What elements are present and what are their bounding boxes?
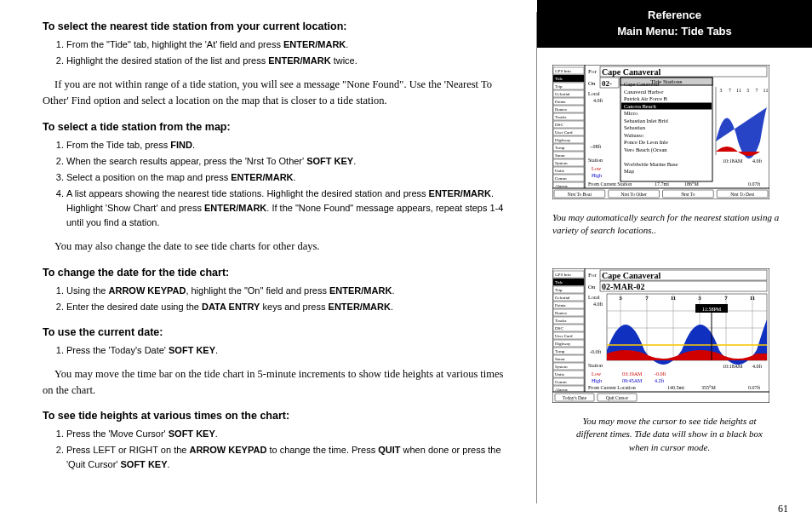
svg-text:Worldwide Marine Base: Worldwide Marine Base bbox=[624, 161, 678, 167]
steps-use-current-date: Press the 'Today's Date' SOFT KEY. bbox=[43, 343, 516, 358]
svg-text:3: 3 bbox=[746, 88, 749, 93]
step: Press the 'Today's Date' SOFT KEY. bbox=[66, 343, 516, 358]
svg-text:On: On bbox=[588, 284, 596, 290]
svg-text:Quit Cursor: Quit Cursor bbox=[606, 394, 628, 400]
svg-text:-.08ft: -.08ft bbox=[590, 144, 601, 149]
steps-change-date: Using the ARROW KEYPAD, highlight the "O… bbox=[43, 284, 516, 314]
svg-text:Points: Points bbox=[555, 100, 566, 104]
svg-text:Routes: Routes bbox=[555, 107, 567, 112]
svg-text:11: 11 bbox=[750, 295, 756, 302]
svg-text:Celestial: Celestial bbox=[555, 92, 570, 96]
svg-text:User Card: User Card bbox=[555, 130, 573, 135]
svg-text:10:18AM: 10:18AM bbox=[723, 364, 743, 369]
steps-select-nearest: From the "Tide" tab, highlight the 'At' … bbox=[43, 37, 516, 68]
svg-text:Tide: Tide bbox=[555, 280, 563, 285]
svg-text:DSC: DSC bbox=[555, 326, 563, 331]
svg-text:Tracks: Tracks bbox=[555, 115, 566, 119]
svg-text:User Card: User Card bbox=[555, 334, 573, 338]
svg-text:Canaveral Harbor: Canaveral Harbor bbox=[624, 89, 664, 95]
step: Enter the desired date using the DATA EN… bbox=[66, 300, 516, 314]
svg-text:Trip: Trip bbox=[555, 288, 563, 292]
body-paragraph: You may also change the date to see tide… bbox=[43, 239, 516, 255]
svg-text:Station: Station bbox=[588, 158, 603, 163]
svg-text:GPS Info: GPS Info bbox=[555, 69, 571, 73]
svg-text:For: For bbox=[588, 68, 597, 75]
svg-text:Local: Local bbox=[588, 91, 600, 96]
figure-caption-1: You may automatically search for the nea… bbox=[552, 211, 786, 238]
svg-text:0.07ft: 0.07ft bbox=[748, 181, 760, 187]
svg-text:7: 7 bbox=[645, 295, 649, 302]
svg-text:Sonar: Sonar bbox=[555, 357, 565, 361]
svg-text:Cape Canaveral: Cape Canaveral bbox=[624, 81, 660, 87]
steps-select-from-map: From the Tide tab, press FIND. When the … bbox=[43, 138, 516, 230]
svg-text:11: 11 bbox=[763, 88, 769, 93]
svg-text:Sebastian: Sebastian bbox=[624, 124, 646, 130]
figure-tide-station-list: GPS InfoTideTripCelestialPointsRoutesTra… bbox=[552, 65, 786, 203]
svg-text:Comm: Comm bbox=[555, 176, 567, 181]
svg-text:Cape Canaveral: Cape Canaveral bbox=[602, 271, 660, 280]
svg-text:11: 11 bbox=[736, 88, 741, 93]
reference-subtitle: Main Menu: Tide Tabs bbox=[537, 25, 812, 37]
svg-text:Alarms: Alarms bbox=[555, 184, 568, 188]
reference-header: Reference Main Menu: Tide Tabs bbox=[537, 0, 812, 48]
heading-use-current-date: To use the current date: bbox=[43, 326, 516, 338]
svg-text:Sebastian Inlet Brid: Sebastian Inlet Brid bbox=[624, 118, 668, 124]
body-paragraph: If you are not within range of a tide st… bbox=[43, 77, 516, 109]
svg-text:7: 7 bbox=[724, 295, 728, 302]
svg-text:System: System bbox=[555, 161, 568, 165]
svg-text:-0.0ft: -0.0ft bbox=[590, 349, 601, 354]
step: Using the ARROW KEYPAD, highlight the "O… bbox=[66, 284, 516, 298]
body-paragraph: You may move the time bar on the tide ch… bbox=[43, 366, 516, 399]
svg-text:Low: Low bbox=[592, 371, 602, 377]
svg-text:02-: 02- bbox=[602, 79, 612, 88]
steps-see-tide-heights: Press the 'Move Cursor' SOFT KEY. Press … bbox=[43, 427, 516, 472]
step: When the search results appear, press th… bbox=[66, 154, 516, 169]
svg-text:Points: Points bbox=[555, 303, 566, 308]
heading-select-nearest: To select the nearest tide station from … bbox=[43, 20, 516, 32]
svg-text:4.2ft: 4.2ft bbox=[655, 378, 664, 383]
svg-text:4.0ft: 4.0ft bbox=[593, 98, 603, 103]
reference-title: Reference bbox=[537, 9, 812, 21]
svg-text:Map: Map bbox=[624, 168, 634, 174]
svg-text:Nrst To Boat: Nrst To Boat bbox=[568, 192, 592, 197]
heading-change-date: To change the date for the tide chart: bbox=[43, 267, 516, 279]
step: From the Tide tab, press FIND. bbox=[66, 138, 516, 152]
svg-text:Station: Station bbox=[588, 363, 603, 368]
svg-text:On: On bbox=[588, 80, 596, 87]
step: Highlight the desired station of the lis… bbox=[66, 54, 516, 68]
svg-text:140.5mi: 140.5mi bbox=[667, 385, 684, 390]
svg-text:Celestial: Celestial bbox=[555, 296, 570, 300]
svg-text:Temp: Temp bbox=[555, 349, 565, 354]
svg-text:GPS Info: GPS Info bbox=[555, 273, 571, 277]
svg-text:Low: Low bbox=[592, 166, 602, 171]
figure-caption-2: You may move the cursor to see tide heig… bbox=[552, 415, 786, 454]
svg-text:Highway: Highway bbox=[555, 138, 571, 142]
svg-text:02-MAR-02: 02-MAR-02 bbox=[602, 282, 645, 291]
svg-text:Micco: Micco bbox=[624, 110, 638, 116]
svg-text:Sonar: Sonar bbox=[555, 153, 565, 158]
svg-text:4.0ft: 4.0ft bbox=[752, 158, 762, 164]
svg-text:Wabasso: Wabasso bbox=[624, 132, 643, 138]
heading-select-from-map: To select a tide station from the map: bbox=[43, 121, 516, 133]
svg-text:Units: Units bbox=[555, 372, 564, 377]
step: Press the 'Move Cursor' SOFT KEY. bbox=[66, 427, 516, 441]
svg-text:Local: Local bbox=[588, 295, 600, 300]
svg-text:Temp: Temp bbox=[555, 146, 565, 150]
svg-text:3: 3 bbox=[619, 295, 622, 302]
svg-text:7: 7 bbox=[729, 88, 731, 93]
svg-text:Trip: Trip bbox=[555, 84, 563, 89]
svg-text:For: For bbox=[588, 272, 597, 279]
svg-text:3: 3 bbox=[698, 295, 701, 302]
svg-text:Cape Canaveral: Cape Canaveral bbox=[602, 67, 660, 77]
svg-text:Tracks: Tracks bbox=[555, 319, 566, 323]
svg-text:Patrick Air Force B: Patrick Air Force B bbox=[624, 95, 667, 101]
svg-text:Nrst To: Nrst To bbox=[681, 192, 695, 197]
svg-text:Highway: Highway bbox=[555, 342, 571, 346]
svg-text:355°M: 355°M bbox=[701, 385, 716, 390]
svg-text:0.07ft: 0.07ft bbox=[748, 385, 760, 390]
svg-text:Tide: Tide bbox=[555, 77, 563, 81]
svg-text:Alarms: Alarms bbox=[555, 388, 568, 392]
step: From the "Tide" tab, highlight the 'At' … bbox=[66, 37, 516, 52]
main-content: To select the nearest tide station from … bbox=[0, 0, 536, 529]
svg-text:-0.0ft: -0.0ft bbox=[655, 371, 666, 377]
